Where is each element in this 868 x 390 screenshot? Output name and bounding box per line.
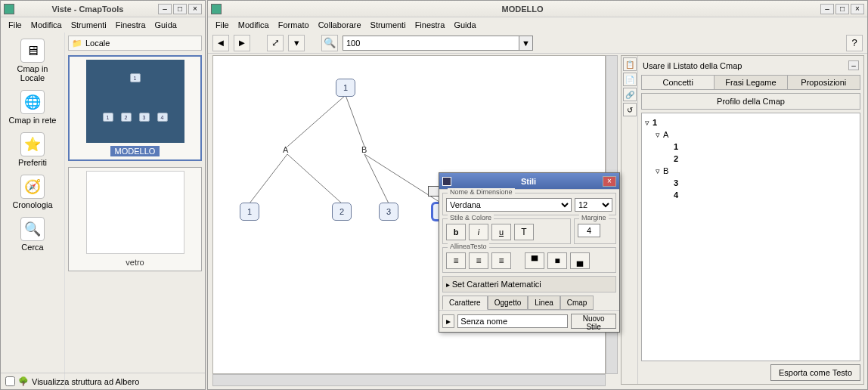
maximize-button[interactable]: □	[835, 4, 849, 14]
footer-label: Visualizza struttura ad Albero	[32, 377, 139, 386]
folder-icon: 📁	[72, 39, 82, 48]
svg-line-1	[346, 95, 364, 147]
tab-frasi[interactable]: Frasi Legame	[715, 76, 787, 89]
valign-top-button[interactable]: ▀	[525, 252, 544, 269]
menu-collaborare[interactable]: Collaborare	[314, 19, 366, 31]
minimize-button[interactable]: –	[820, 4, 834, 14]
thumbnail-label: MODELLO	[110, 146, 160, 156]
align-center-button[interactable]: ≡	[469, 252, 488, 269]
tab-oggetto[interactable]: Oggetto	[488, 296, 529, 310]
math-chars-button[interactable]: ▸ Set Caratteri Matematici	[442, 276, 616, 292]
outline-tree[interactable]: ▿1 ▿A 1 2 ▿B 3 4	[641, 113, 860, 361]
rpanel-title: Usare il Listato della Cmap	[643, 61, 742, 70]
svg-line-3	[287, 154, 342, 203]
menu-modifica[interactable]: Modifica	[26, 19, 67, 31]
fit-button[interactable]: ⤢	[267, 35, 284, 51]
thumbnail-preview	[86, 171, 184, 254]
zoom-dropdown[interactable]: ▼	[519, 36, 533, 51]
menu-guida[interactable]: Guida	[150, 19, 181, 31]
font-select[interactable]: Verdana	[446, 198, 572, 212]
nav-preferiti[interactable]: ⭐Preferiti	[6, 132, 59, 167]
tab-carattere[interactable]: Carattere	[442, 296, 488, 310]
stili-close[interactable]: ×	[603, 176, 616, 187]
node-a2[interactable]: 2	[332, 203, 352, 221]
star-icon: ⭐	[20, 132, 45, 156]
back-button[interactable]: ◄	[212, 35, 229, 51]
tab-concetti[interactable]: Concetti	[642, 76, 715, 89]
stili-title: Stili	[454, 177, 603, 186]
tree-icon: 🌳	[18, 376, 29, 386]
link-label-b[interactable]: B	[361, 145, 367, 154]
valign-middle-button[interactable]: ■	[547, 252, 567, 269]
menu-finestra[interactable]: Finestra	[111, 19, 150, 31]
menu-file[interactable]: File	[4, 19, 26, 31]
new-style-button[interactable]: Nuovo Stile	[571, 314, 616, 329]
tab-linea[interactable]: Linea	[528, 296, 560, 310]
close-button[interactable]: ×	[188, 4, 202, 14]
computer-icon: 🖥	[20, 39, 45, 63]
fit-dropdown[interactable]: ▾	[288, 35, 305, 51]
rpanel-minimize[interactable]: –	[848, 60, 859, 70]
align-right-button[interactable]: ≡	[491, 252, 511, 269]
tree-view-checkbox[interactable]	[5, 376, 15, 386]
nav-cmap-locale[interactable]: 🖥Cmap in Locale	[6, 39, 59, 82]
menu-guida[interactable]: Guida	[449, 19, 480, 31]
forward-button[interactable]: ►	[234, 35, 250, 51]
menu-strumenti[interactable]: Strumenti	[366, 19, 411, 31]
svg-line-2	[250, 154, 287, 203]
thumbnail-vetro[interactable]: vetro	[68, 167, 202, 271]
nav-cmap-rete[interactable]: 🌐Cmap in rete	[6, 90, 59, 125]
styles-dialog[interactable]: Stili × Nome & Dimensione Verdana 12 Sti…	[439, 172, 620, 333]
bold-button[interactable]: b	[446, 224, 466, 240]
thumbnail-label: vetro	[121, 257, 148, 268]
menu-strumenti[interactable]: Strumenti	[67, 19, 111, 31]
views-title: Viste - CmapTools	[17, 5, 158, 14]
menu-formato[interactable]: Formato	[274, 19, 314, 31]
help-button[interactable]: ?	[846, 35, 863, 51]
valign-bottom-button[interactable]: ▄	[570, 252, 590, 269]
zoom-icon[interactable]: 🔍	[321, 35, 338, 51]
section-style-label: Stile & Colore	[448, 214, 494, 221]
margin-input[interactable]	[578, 224, 600, 237]
views-menubar: File Modifica Strumenti Finestra Guida	[1, 17, 205, 32]
node-root[interactable]: 1	[336, 79, 355, 97]
menu-file[interactable]: File	[211, 19, 234, 31]
minimize-button[interactable]: –	[158, 4, 172, 14]
app-icon	[211, 4, 222, 14]
style-name-input[interactable]	[457, 314, 568, 328]
nav-cerca[interactable]: 🔍Cerca	[6, 217, 59, 252]
menu-modifica[interactable]: Modifica	[234, 19, 274, 31]
vtab-link[interactable]: 🔗	[623, 88, 637, 101]
node-b1[interactable]: 3	[379, 203, 398, 221]
svg-line-0	[287, 95, 346, 147]
vtab-sync[interactable]: ↺	[623, 103, 637, 116]
zoom-input[interactable]	[343, 36, 519, 51]
vtab-outline[interactable]: 📋	[623, 57, 637, 71]
close-button[interactable]: ×	[851, 4, 864, 14]
vtab-list[interactable]: 📄	[623, 73, 637, 86]
underline-button[interactable]: u	[491, 224, 511, 240]
canvas-hscroll[interactable]	[212, 374, 606, 386]
thumbnail-preview: 1 1 2 3 4	[86, 60, 184, 143]
tab-proposizioni[interactable]: Proposizioni	[788, 76, 860, 89]
thumbnail-modello[interactable]: 1 1 2 3 4 MODELLO	[68, 55, 202, 161]
location-bar[interactable]: 📁Locale	[68, 36, 202, 51]
profile-header: Profilo della Cmap	[641, 93, 860, 110]
compass-icon: 🧭	[20, 175, 45, 199]
align-left-button[interactable]: ≡	[446, 252, 466, 269]
size-select[interactable]: 12	[575, 198, 612, 212]
nav-cronologia[interactable]: 🧭Cronologia	[6, 175, 59, 209]
globe-icon: 🌐	[20, 90, 45, 114]
menu-finestra[interactable]: Finestra	[411, 19, 450, 31]
maximize-button[interactable]: □	[173, 4, 187, 14]
link-label-a[interactable]: A	[283, 145, 288, 154]
dialog-icon	[442, 177, 451, 186]
export-text-button[interactable]: Esporta come Testo	[770, 364, 860, 381]
node-a1[interactable]: 1	[240, 203, 259, 221]
text-color-button[interactable]: T	[514, 224, 534, 240]
section-align-label: AllineaTesto	[448, 243, 489, 250]
style-expand-button[interactable]: ▸	[442, 314, 454, 328]
tab-cmap[interactable]: Cmap	[560, 296, 594, 310]
model-title: MODELLO	[225, 5, 820, 14]
italic-button[interactable]: i	[469, 224, 488, 240]
